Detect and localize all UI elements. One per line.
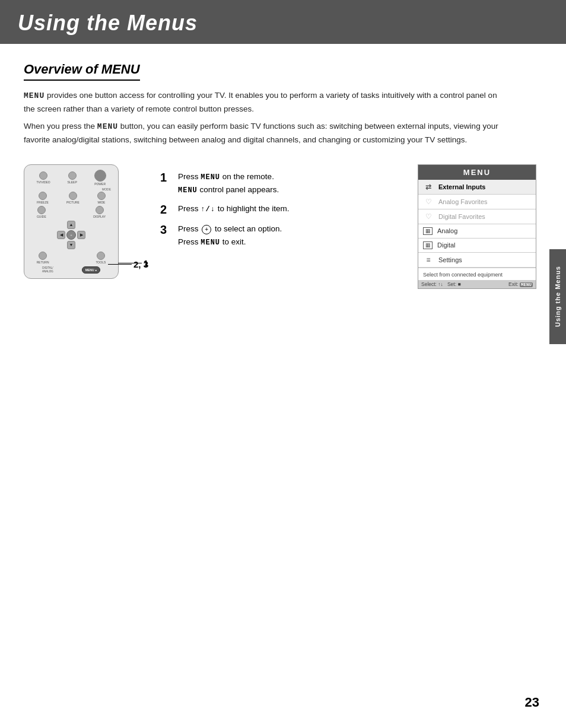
section-title: Overview of MENU — [24, 62, 140, 81]
display-btn — [96, 206, 104, 214]
callout-1: 1 — [118, 258, 148, 268]
return-btn — [39, 252, 47, 260]
instructions: 1 Press MENU on the remote. MENU control… — [160, 164, 400, 255]
diagram-area: TV/VIDEO SLEEP POWER MODE — [24, 164, 536, 289]
dpad-center: + — [66, 230, 76, 240]
power-btn-group: POWER — [94, 170, 106, 186]
menu-panel-footer: Select from connected equipment — [418, 268, 536, 280]
menu-item-analog-favorites: ♡ Analog Favorites — [418, 195, 536, 209]
menu-ref-2: MENU — [178, 186, 198, 195]
page-title: Using the Menus — [18, 11, 548, 36]
display-btn-group: DISPLAY — [93, 206, 106, 218]
dpad-right: ▶ — [77, 231, 85, 239]
intro-paragraph-2: When you press the MENU button, you can … — [24, 120, 510, 146]
header-bar: Using the Menus — [0, 0, 566, 44]
step-2: 2 Press ↑/↓ to highlight the item. — [160, 202, 400, 217]
mode-label-row: MODE — [28, 187, 115, 191]
menu-panel: MENU ⇄ External Inputs ♡ Analog Favorite… — [418, 164, 536, 289]
external-inputs-icon: ⇄ — [423, 183, 434, 191]
side-tab-label: Using the Menus — [554, 266, 561, 327]
freeze-picture-wide-row: FREEZE PICTURE WIDE — [28, 192, 115, 204]
step-2-num: 2 — [160, 202, 172, 217]
digital-favorites-label: Digital Favorites — [438, 213, 485, 220]
menu-item-analog: ▦ Analog — [418, 224, 536, 239]
intro-text-1: provides one button access for controlli… — [24, 91, 497, 113]
tools-btn-group: TOOLS — [96, 252, 106, 264]
picture-btn-group: PICTURE — [66, 192, 80, 204]
return-tools-row: RETURN TOOLS — [28, 252, 115, 264]
digital-icon: ▦ — [423, 241, 433, 249]
footer-select-text: Select from connected equipment — [423, 271, 531, 279]
analog-icon: ▦ — [423, 227, 433, 235]
intro-text-2a: When you press the — [24, 122, 97, 131]
callout-1-line — [118, 263, 142, 263]
callout-1-label: 1 — [144, 258, 148, 268]
menu-panel-header: MENU — [418, 165, 536, 180]
settings-label: Settings — [438, 256, 462, 263]
menu-ref-1: MENU — [201, 173, 220, 182]
wide-btn — [97, 192, 106, 200]
tv-video-btn — [39, 171, 47, 180]
step-1-text: Press MENU on the remote. MENU control p… — [178, 170, 279, 196]
hint-select: Select: ↑↓ Set: ■ — [421, 281, 461, 287]
digital-favorites-icon: ♡ — [423, 212, 434, 221]
settings-icon: ≡ — [423, 256, 434, 264]
menu-item-settings: ≡ Settings — [418, 253, 536, 268]
menu-item-digital: ▦ Digital — [418, 239, 536, 253]
step-1: 1 Press MENU on the remote. MENU control… — [160, 170, 400, 196]
hint-exit-key: MENU — [520, 282, 533, 287]
external-inputs-label: External Inputs — [438, 183, 485, 190]
menu-footer-hint: Select: ↑↓ Set: ■ Exit: MENU — [418, 280, 536, 288]
menu-keyword-2: MENU — [97, 122, 118, 131]
remote-callout-wrapper: TV/VIDEO SLEEP POWER MODE — [24, 164, 142, 279]
sleep-btn — [68, 171, 77, 180]
guide-btn — [37, 206, 46, 214]
freeze-btn — [39, 192, 47, 200]
dpad: ▲ ▼ ◀ ▶ + — [57, 221, 85, 249]
step-3: 3 Press + to select an option. Press MEN… — [160, 222, 400, 249]
tv-video-btn-group: TV/VIDEO — [36, 171, 50, 184]
menu-ref-3: MENU — [201, 239, 220, 247]
step-1-num: 1 — [160, 170, 172, 185]
menu-item-external-inputs: ⇄ External Inputs — [418, 180, 536, 195]
tools-btn — [97, 252, 105, 260]
step-3-text: Press + to select an option. Press MENU … — [178, 222, 282, 249]
step-2-text: Press ↑/↓ to highlight the item. — [178, 202, 289, 215]
step-3-num: 3 — [160, 222, 172, 237]
remote-illustration: TV/VIDEO SLEEP POWER MODE — [24, 164, 119, 279]
dpad-up: ▲ — [67, 221, 75, 229]
guide-display-row: GUIDE DISPLAY — [28, 206, 115, 218]
arrow-ref: ↑/↓ — [201, 205, 215, 214]
menu-item-digital-favorites: ♡ Digital Favorites — [418, 209, 536, 224]
power-label: POWER — [94, 182, 106, 186]
circle-btn-icon: + — [202, 225, 211, 234]
freeze-btn-group: FREEZE — [37, 192, 49, 204]
side-tab: Using the Menus — [549, 249, 566, 344]
dpad-down: ▼ — [67, 241, 75, 249]
sleep-btn-group: SLEEP — [68, 171, 77, 184]
return-btn-group: RETURN — [37, 252, 49, 264]
picture-btn — [69, 192, 77, 200]
guide-btn-group: GUIDE — [37, 206, 46, 218]
digital-analog-label: DIGITAL/ANALOG — [42, 266, 53, 273]
hint-exit: Exit: MENU — [508, 281, 533, 287]
page-number: 23 — [525, 695, 539, 710]
menu-btn: MENU ● — [82, 266, 100, 274]
sleep-label: SLEEP — [68, 180, 77, 184]
power-btn — [94, 170, 106, 182]
main-content: Overview of MENU MENU provides one butto… — [0, 44, 566, 307]
digital-label: Digital — [437, 241, 456, 249]
wide-btn-group: WIDE — [97, 192, 106, 204]
analog-label: Analog — [437, 227, 457, 234]
analog-favorites-label: Analog Favorites — [438, 198, 488, 205]
dpad-left: ◀ — [57, 231, 65, 239]
tv-video-label: TV/VIDEO — [36, 180, 50, 184]
analog-favorites-icon: ♡ — [423, 198, 434, 206]
intro-paragraph-1: MENU provides one button access for cont… — [24, 89, 510, 115]
menu-keyword-1: MENU — [24, 91, 44, 100]
menu-row: DIGITAL/ANALOG MENU ● — [28, 266, 115, 274]
